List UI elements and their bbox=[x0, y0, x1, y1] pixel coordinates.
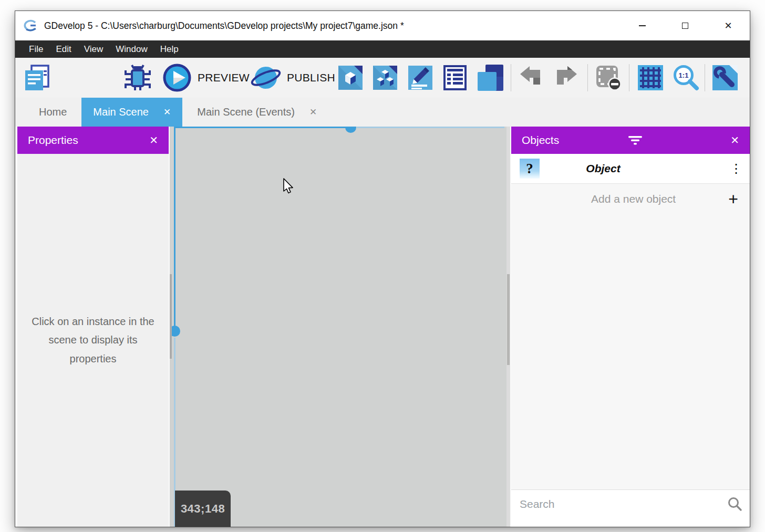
toolbar-separator bbox=[587, 64, 588, 91]
svg-text:1:1: 1:1 bbox=[679, 71, 689, 79]
menu-help[interactable]: Help bbox=[154, 40, 185, 58]
object-name: Object bbox=[540, 162, 730, 175]
maximize-button[interactable] bbox=[664, 11, 707, 40]
menu-bar: File Edit View Window Help bbox=[15, 40, 750, 58]
maximize-icon bbox=[682, 23, 688, 29]
scene-properties-button[interactable] bbox=[712, 65, 738, 91]
minimize-icon bbox=[639, 25, 646, 26]
close-icon: ✕ bbox=[724, 21, 732, 30]
selection-edge-top-light bbox=[357, 127, 504, 128]
main-toolbar: PREVIEW PUBLISH bbox=[15, 58, 750, 98]
objects-search-area bbox=[511, 489, 750, 527]
canvas-scrollbar-left[interactable] bbox=[170, 274, 172, 359]
toolbar-separator bbox=[511, 64, 511, 91]
preview-button[interactable]: PREVIEW bbox=[162, 63, 250, 92]
scene-canvas[interactable]: 343;148 bbox=[170, 127, 510, 527]
properties-panel: Properties ✕ Click on an instance in the… bbox=[17, 127, 169, 527]
close-button[interactable]: ✕ bbox=[707, 11, 750, 40]
canvas-scrollbar-right[interactable] bbox=[507, 274, 510, 365]
app-window: GDevelop 5 - C:\Users\charburg\Documents… bbox=[15, 11, 750, 527]
properties-panel-title: Properties bbox=[28, 134, 78, 147]
object-groups-icon bbox=[372, 65, 398, 91]
tab-home[interactable]: Home bbox=[24, 98, 81, 127]
gdevelop-logo-icon bbox=[23, 18, 38, 34]
edit-pencil-icon bbox=[407, 65, 433, 91]
toggle-grid-button[interactable] bbox=[637, 65, 664, 91]
objects-groups-button[interactable] bbox=[372, 65, 398, 91]
menu-file[interactable]: File bbox=[23, 40, 49, 58]
instances-list-button[interactable] bbox=[442, 65, 468, 91]
add-object-label: Add a new object bbox=[523, 193, 728, 205]
add-object-button[interactable] bbox=[337, 65, 364, 91]
objects-close-icon[interactable]: ✕ bbox=[730, 134, 739, 147]
publish-label: PUBLISH bbox=[287, 71, 335, 84]
redo-icon bbox=[553, 65, 579, 91]
tab-home-label: Home bbox=[39, 106, 67, 118]
tab-main-scene-close-icon[interactable]: ✕ bbox=[163, 107, 171, 118]
objects-list-empty-area bbox=[511, 214, 750, 489]
properties-empty-message: Click on an instance in the scene to dis… bbox=[27, 312, 159, 369]
properties-panel-body: Click on an instance in the scene to dis… bbox=[17, 154, 169, 527]
publish-globe-icon bbox=[251, 62, 281, 93]
object-cube-icon bbox=[337, 65, 364, 91]
object-menu-dots-icon[interactable]: ⋮ bbox=[730, 162, 741, 175]
title-bar: GDevelop 5 - C:\Users\charburg\Documents… bbox=[15, 11, 750, 40]
tab-main-scene-events-close-icon[interactable]: ✕ bbox=[309, 107, 317, 118]
toolbar-separator bbox=[705, 64, 705, 91]
minimize-button[interactable] bbox=[621, 11, 664, 40]
project-manager-button[interactable] bbox=[24, 64, 51, 91]
objects-panel-header: Objects ✕ bbox=[511, 127, 750, 154]
edit-scene-properties-button[interactable] bbox=[407, 65, 433, 91]
selection-mask-icon bbox=[595, 64, 622, 91]
debugger-bug-icon bbox=[125, 64, 151, 92]
objects-panel-title: Objects bbox=[522, 134, 559, 147]
project-manager-icon bbox=[24, 64, 51, 91]
plus-icon: + bbox=[728, 191, 738, 207]
preview-label: PREVIEW bbox=[198, 71, 250, 84]
tab-main-scene-label: Main Scene bbox=[93, 106, 149, 118]
tab-main-scene-events[interactable]: Main Scene (Events) ✕ bbox=[182, 98, 332, 127]
undo-icon bbox=[518, 65, 544, 91]
wrench-icon bbox=[712, 65, 738, 91]
object-placeholder-icon: ? bbox=[520, 159, 540, 179]
object-list-item[interactable]: ? Object ⋮ bbox=[511, 154, 750, 184]
selection-edge-top[interactable] bbox=[174, 127, 351, 128]
layers-button[interactable] bbox=[477, 64, 504, 91]
publish-button[interactable]: PUBLISH bbox=[251, 62, 335, 93]
debugger-button[interactable] bbox=[125, 64, 151, 92]
undo-button[interactable] bbox=[518, 65, 544, 91]
redo-button[interactable] bbox=[553, 65, 579, 91]
object-search-input[interactable] bbox=[519, 497, 727, 511]
tab-main-scene-events-label: Main Scene (Events) bbox=[197, 106, 295, 118]
grid-icon bbox=[637, 65, 664, 91]
properties-close-icon[interactable]: ✕ bbox=[149, 134, 158, 147]
play-icon bbox=[162, 63, 192, 92]
content-area: Properties ✕ Click on an instance in the… bbox=[15, 127, 750, 527]
editor-tab-bar: Home Main Scene ✕ Main Scene (Events) ✕ bbox=[15, 98, 750, 127]
menu-view[interactable]: View bbox=[78, 40, 110, 58]
filter-icon[interactable] bbox=[627, 135, 643, 146]
menu-edit[interactable]: Edit bbox=[49, 40, 77, 58]
window-controls: ✕ bbox=[621, 11, 750, 40]
cursor-coordinates-badge: 343;148 bbox=[175, 491, 231, 527]
instances-list-icon bbox=[442, 65, 468, 91]
properties-panel-header: Properties ✕ bbox=[17, 127, 169, 154]
zoom-1-1-icon: 1:1 bbox=[672, 64, 700, 92]
clear-selection-button[interactable] bbox=[595, 64, 622, 91]
layers-icon bbox=[477, 64, 504, 91]
zoom-original-button[interactable]: 1:1 bbox=[672, 64, 700, 92]
search-icon[interactable] bbox=[727, 496, 742, 512]
add-object-row[interactable]: Add a new object + bbox=[511, 184, 750, 214]
toolbar-separator bbox=[629, 64, 629, 91]
objects-panel: Objects ✕ ? Object ⋮ Add a new object + bbox=[511, 127, 750, 527]
menu-window[interactable]: Window bbox=[109, 40, 153, 58]
window-title: GDevelop 5 - C:\Users\charburg\Documents… bbox=[44, 20, 404, 32]
tab-main-scene[interactable]: Main Scene ✕ bbox=[81, 98, 182, 127]
mouse-cursor bbox=[283, 178, 298, 195]
selection-edge-left[interactable] bbox=[174, 128, 175, 326]
selection-handle-top[interactable] bbox=[345, 127, 356, 133]
